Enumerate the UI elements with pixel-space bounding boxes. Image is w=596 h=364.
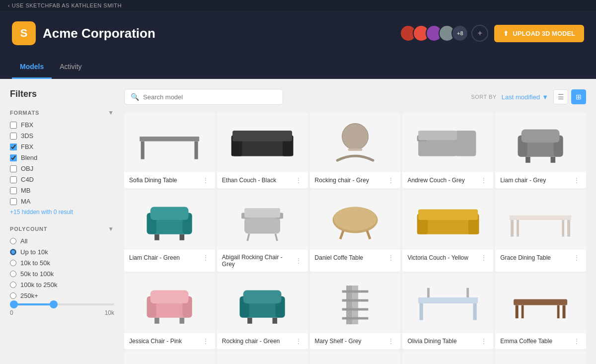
card-image — [310, 351, 401, 364]
poly-all-radio[interactable] — [10, 238, 16, 244]
card-menu-icon[interactable]: ⋮ — [386, 337, 395, 345]
content-header: 🔍 SORT BY Last modified ▼ ☰ ⊞ — [124, 89, 586, 105]
sort-chevron-icon: ▼ — [542, 93, 548, 101]
card-footer: Liam Chair - Green ⋮ — [124, 250, 215, 266]
model-card[interactable]: Wood Table ⋮ — [310, 351, 401, 364]
svg-rect-68 — [516, 305, 519, 318]
card-name: Ethan Couch - Black — [222, 177, 294, 184]
model-card[interactable]: Grace Dining Table ⋮ — [495, 190, 586, 272]
model-card[interactable]: Ethan Couch - Black ⋮ — [217, 113, 308, 188]
svg-rect-22 — [150, 207, 189, 220]
model-card[interactable]: Bench Table ⋮ — [402, 351, 493, 364]
format-obj-checkbox[interactable] — [10, 165, 17, 172]
format-blend-checkbox[interactable] — [10, 154, 17, 161]
model-card[interactable]: Side Table ⋮ — [495, 351, 586, 364]
model-card[interactable]: Chair Dark ⋮ — [217, 351, 308, 364]
search-input[interactable] — [143, 93, 277, 101]
card-footer: Emma Coffee Table ⋮ — [495, 333, 586, 349]
card-menu-icon[interactable]: ⋮ — [201, 337, 210, 345]
tab-models[interactable]: Models — [12, 56, 52, 79]
format-ma-checkbox[interactable] — [10, 198, 17, 205]
card-menu-icon[interactable]: ⋮ — [294, 257, 303, 265]
top-bar-text: ‹ USE SKETCHFAB AS KATHLEEN SMITH — [8, 2, 122, 8]
svg-rect-70 — [522, 305, 524, 318]
model-card[interactable]: Liam chair - Grey ⋮ — [495, 113, 586, 188]
hidden-formats-text[interactable]: +15 hidden with 0 result — [10, 209, 114, 216]
format-c4d: C4D — [10, 176, 114, 183]
formats-header: FORMATS ▼ — [10, 109, 114, 116]
card-menu-icon[interactable]: ⋮ — [201, 254, 210, 262]
format-mb-checkbox[interactable] — [10, 187, 17, 194]
card-image — [310, 113, 401, 172]
format-fbx1-checkbox[interactable] — [10, 122, 17, 129]
card-footer: Victoria Couch - Yellow ⋮ — [402, 250, 493, 266]
slider-thumb-right[interactable] — [50, 300, 58, 308]
model-card[interactable]: Mary Shelf - Grey ⋮ — [310, 274, 401, 349]
card-menu-icon[interactable]: ⋮ — [479, 337, 488, 345]
format-c4d-checkbox[interactable] — [10, 176, 17, 183]
svg-rect-61 — [342, 317, 369, 320]
poly-250k-radio[interactable] — [10, 282, 16, 288]
card-name: Abigail Rocking Chair - Grey — [222, 254, 294, 268]
model-card[interactable]: Rocking chair - Grey ⋮ — [310, 113, 401, 188]
model-card[interactable]: Andrew Couch - Grey ⋮ — [402, 113, 493, 188]
card-image — [217, 190, 308, 250]
model-card[interactable]: Liam Chair - Green ⋮ — [124, 190, 215, 272]
card-menu-icon[interactable]: ⋮ — [479, 254, 488, 262]
card-name: Sofia Dining Table — [129, 177, 201, 184]
format-3ds-checkbox[interactable] — [10, 133, 17, 140]
card-image — [495, 351, 586, 364]
sort-by-label: SORT BY — [471, 94, 496, 100]
svg-rect-59 — [342, 299, 369, 302]
card-footer: Mary Shelf - Grey ⋮ — [310, 333, 401, 349]
poly-50k-radio[interactable] — [10, 260, 16, 266]
card-image — [495, 274, 586, 333]
model-card[interactable]: Lamp ⋮ — [124, 351, 215, 364]
polycount-chevron-icon: ▼ — [108, 225, 114, 232]
card-menu-icon[interactable]: ⋮ — [572, 337, 581, 345]
card-menu-icon[interactable]: ⋮ — [386, 254, 395, 262]
nav: Models Activity — [0, 56, 596, 79]
svg-rect-67 — [514, 299, 568, 305]
format-blend: Blend — [10, 154, 114, 161]
format-fbx2-checkbox[interactable] — [10, 144, 17, 150]
polycount-slider[interactable]: 0 10k — [10, 303, 114, 316]
card-menu-icon[interactable]: ⋮ — [572, 254, 581, 262]
model-card[interactable]: Emma Coffee Table ⋮ — [495, 274, 586, 349]
svg-rect-64 — [473, 303, 476, 320]
card-name: Olivia Dining Table — [407, 338, 479, 345]
model-card[interactable]: Sofia Dining Table ⋮ — [124, 113, 215, 188]
model-card[interactable]: Daniel Coffe Table ⋮ — [310, 190, 401, 272]
add-member-button[interactable]: + — [471, 25, 488, 42]
card-footer: Rocking chair - Green ⋮ — [217, 333, 308, 349]
grid-view-button[interactable]: ⊞ — [571, 89, 586, 104]
poly-10k: Up to 10k — [10, 248, 114, 256]
model-card[interactable]: Victoria Couch - Yellow ⋮ — [402, 190, 493, 272]
card-menu-icon[interactable]: ⋮ — [294, 176, 303, 184]
list-view-button[interactable]: ☰ — [553, 89, 568, 104]
search-box[interactable]: 🔍 — [124, 89, 283, 105]
card-menu-icon[interactable]: ⋮ — [479, 176, 488, 184]
poly-250k-plus-radio[interactable] — [10, 292, 16, 299]
model-card[interactable]: Jessica Chair - Pink ⋮ — [124, 274, 215, 349]
model-card[interactable]: Olivia Dining Table ⋮ — [402, 274, 493, 349]
card-menu-icon[interactable]: ⋮ — [201, 176, 210, 184]
card-menu-icon[interactable]: ⋮ — [294, 337, 303, 345]
svg-point-7 — [342, 124, 369, 150]
model-card[interactable]: Rocking chair - Green ⋮ — [217, 274, 308, 349]
sort-by-value[interactable]: Last modified ▼ — [502, 93, 548, 101]
card-name: Liam chair - Grey — [500, 177, 572, 184]
card-menu-icon[interactable]: ⋮ — [572, 176, 581, 184]
tab-activity[interactable]: Activity — [52, 56, 89, 79]
model-card[interactable]: Abigail Rocking Chair - Grey ⋮ — [217, 190, 308, 272]
card-image — [217, 113, 308, 172]
poly-100k-radio[interactable] — [10, 271, 16, 277]
card-menu-icon[interactable]: ⋮ — [386, 176, 395, 184]
upload-button[interactable]: ⬆ UPLOAD 3D MODEL — [494, 25, 584, 42]
svg-rect-10 — [455, 131, 476, 156]
format-ma: MA — [10, 198, 114, 205]
card-name: Daniel Coffe Table — [315, 254, 387, 261]
poly-10k-radio[interactable] — [10, 249, 16, 255]
slider-thumb-left[interactable] — [10, 300, 18, 308]
svg-rect-47 — [150, 291, 189, 303]
